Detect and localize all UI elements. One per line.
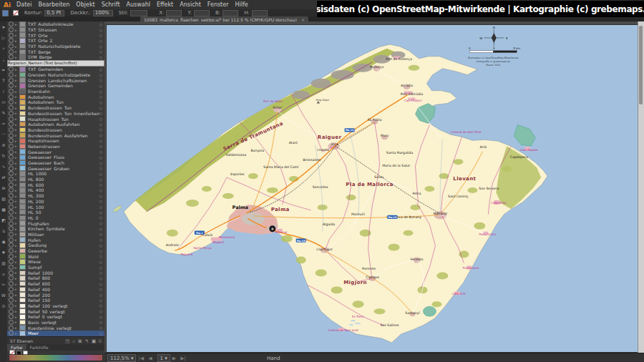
eyedropper-tool[interactable]: ⯠ bbox=[1, 225, 7, 236]
visibility-eye-icon[interactable] bbox=[9, 21, 14, 26]
visibility-eye-icon[interactable] bbox=[9, 275, 14, 280]
visibility-eye-icon[interactable] bbox=[9, 83, 14, 88]
panel-footer-icon[interactable]: ◳ bbox=[65, 338, 69, 344]
layer-row-bundesstrassen_tun[interactable]: ▸Bundesstrassen_Tun○ bbox=[7, 105, 104, 111]
target-icon[interactable]: ○ bbox=[99, 320, 102, 324]
target-icon[interactable]: ○ bbox=[99, 287, 102, 291]
visibility-eye-icon[interactable] bbox=[9, 265, 14, 270]
visibility-eye-icon[interactable] bbox=[9, 187, 14, 192]
panel-footer-icon[interactable]: ↰ bbox=[84, 338, 88, 344]
visibility-eye-icon[interactable] bbox=[9, 89, 14, 94]
layer-row-kuestenlinie_verlegt[interactable]: ▸Kuestenlinie_verlegt○ bbox=[7, 325, 104, 331]
eraser-tool[interactable]: ⊘ bbox=[1, 140, 7, 150]
opacity-field[interactable]: 100% bbox=[93, 10, 113, 16]
slice-tool[interactable]: ✂ bbox=[1, 279, 7, 290]
layer-row-hl_800[interactable]: ▸HL_800○ bbox=[7, 177, 104, 182]
layer-row-hl_1000[interactable]: ▸HL_1000○ bbox=[7, 171, 104, 177]
stroke-none-swatch[interactable] bbox=[13, 10, 19, 16]
visibility-eye-icon[interactable] bbox=[9, 205, 14, 210]
visibility-eye-icon[interactable] bbox=[9, 27, 14, 32]
visibility-eye-icon[interactable] bbox=[9, 105, 14, 110]
layer-row-gewaesser_bach[interactable]: ▸Gewaesser_Bach○ bbox=[7, 160, 104, 166]
layer-row-hl_300[interactable]: ▸HL_300○ bbox=[7, 193, 104, 199]
panel-footer-icon[interactable]: ⊠ bbox=[78, 338, 82, 344]
target-icon[interactable]: ○ bbox=[99, 122, 102, 127]
target-icon[interactable]: ○ bbox=[99, 172, 102, 176]
selection-tool[interactable]: ➤ bbox=[1, 21, 7, 32]
target-icon[interactable]: ○ bbox=[99, 249, 102, 253]
layer-row-txt_autobahnkreuze[interactable]: ▸TXT_Autobahnkreuze○ bbox=[7, 21, 104, 27]
zoom-level-dropdown[interactable]: 112,5% ▾ bbox=[107, 354, 136, 362]
layer-row-gewaesser[interactable]: ▸Gewaesser○ bbox=[7, 149, 104, 155]
target-icon[interactable]: ○ bbox=[99, 49, 102, 54]
layer-row-gewaesser_graben[interactable]: ▸Gewaesser_Graben○ bbox=[7, 165, 104, 171]
target-icon[interactable]: ○ bbox=[99, 221, 102, 225]
line-tool[interactable]: / bbox=[1, 86, 7, 97]
visibility-eye-icon[interactable] bbox=[9, 281, 14, 286]
visibility-eye-icon[interactable] bbox=[9, 199, 14, 204]
target-icon[interactable]: ○ bbox=[99, 106, 102, 110]
layer-row-relief_0_verlegt[interactable]: ▸Relief_0_verlegt○ bbox=[7, 314, 104, 320]
layer-row-relief_400[interactable]: ▸Relief_400○ bbox=[7, 287, 104, 293]
target-icon[interactable]: ○ bbox=[99, 232, 102, 236]
layer-row-hl_600[interactable]: ▸HL_600○ bbox=[7, 182, 104, 187]
target-icon[interactable]: ○ bbox=[99, 303, 102, 308]
target-icon[interactable]: ○ bbox=[99, 73, 102, 77]
visibility-eye-icon[interactable] bbox=[9, 72, 14, 77]
visibility-eye-icon[interactable] bbox=[9, 210, 14, 215]
visibility-eye-icon[interactable] bbox=[9, 67, 14, 72]
visibility-eye-icon[interactable] bbox=[9, 117, 14, 122]
visibility-eye-icon[interactable] bbox=[9, 111, 14, 116]
free-transform-tool[interactable]: ⇄ bbox=[1, 172, 7, 182]
visibility-eye-icon[interactable] bbox=[9, 54, 14, 59]
target-icon[interactable]: ○ bbox=[99, 238, 102, 242]
visibility-eye-icon[interactable] bbox=[9, 320, 14, 325]
target-icon[interactable]: ○ bbox=[99, 188, 102, 192]
target-icon[interactable]: ○ bbox=[99, 243, 102, 248]
style-dropdown[interactable] bbox=[130, 10, 147, 16]
visibility-eye-icon[interactable] bbox=[9, 270, 14, 275]
target-icon[interactable]: ○ bbox=[99, 270, 102, 275]
layer-row-kirchen_symbole[interactable]: ▸Kirchen_Symbole○ bbox=[7, 226, 104, 232]
target-icon[interactable]: ○ bbox=[99, 44, 102, 49]
layer-row-relief_100_verlegt[interactable]: ▸Relief_100_verlegt○ bbox=[7, 303, 104, 309]
layer-row-autobahnen[interactable]: ▸Autobahnen○ bbox=[7, 94, 104, 99]
nav-last-icon[interactable]: ▶| bbox=[180, 356, 186, 361]
visibility-eye-icon[interactable] bbox=[9, 182, 14, 187]
pen-tool[interactable]: ✒ bbox=[1, 64, 7, 75]
menu-fenster[interactable]: Fenster bbox=[208, 1, 229, 8]
width-tool[interactable]: ∿ bbox=[1, 161, 7, 172]
target-icon[interactable]: ○ bbox=[99, 166, 102, 170]
transform-input[interactable] bbox=[194, 10, 210, 16]
panel-footer-icon[interactable]: ⌕ bbox=[72, 338, 75, 344]
layer-row-txt_berge[interactable]: ▸TXT_Berge○ bbox=[7, 49, 104, 54]
target-icon[interactable]: ○ bbox=[99, 282, 102, 286]
target-icon[interactable]: ○ bbox=[99, 133, 102, 137]
nav-first-icon[interactable]: |◀ bbox=[138, 356, 144, 361]
visibility-eye-icon[interactable] bbox=[9, 193, 14, 198]
visibility-eye-icon[interactable] bbox=[9, 243, 14, 248]
layer-row-wald[interactable]: ▸Wald○ bbox=[7, 253, 104, 259]
menu-ansicht[interactable]: Ansicht bbox=[180, 1, 201, 8]
layer-row-wiese[interactable]: ▸Wiese○ bbox=[7, 259, 104, 265]
visibility-eye-icon[interactable] bbox=[9, 150, 14, 155]
blob-brush-tool[interactable]: ◠ bbox=[1, 129, 7, 140]
target-icon[interactable]: ○ bbox=[99, 227, 102, 231]
layer-row-gewerbe[interactable]: ▸Gewerbe○ bbox=[7, 248, 104, 254]
target-icon[interactable]: ○ bbox=[99, 199, 102, 203]
visibility-eye-icon[interactable] bbox=[9, 33, 14, 38]
layer-row-sym_berge[interactable]: ▸SYM_Berge○ bbox=[7, 54, 104, 60]
target-icon[interactable]: ○ bbox=[99, 100, 102, 104]
target-icon[interactable]: ○ bbox=[99, 309, 102, 313]
menu-datei[interactable]: Datei bbox=[16, 1, 31, 8]
target-icon[interactable]: ○ bbox=[99, 254, 102, 258]
menu-hilfe[interactable]: Hilfe bbox=[235, 1, 248, 8]
menu-schrift[interactable]: Schrift bbox=[102, 1, 120, 8]
target-icon[interactable]: ○ bbox=[99, 39, 102, 43]
visibility-eye-icon[interactable] bbox=[9, 49, 14, 54]
vertical-scrollbar[interactable] bbox=[638, 21, 644, 353]
visibility-eye-icon[interactable] bbox=[9, 133, 14, 138]
visibility-eye-icon[interactable] bbox=[9, 122, 14, 127]
visibility-eye-icon[interactable] bbox=[9, 303, 14, 308]
visibility-eye-icon[interactable] bbox=[9, 254, 14, 259]
